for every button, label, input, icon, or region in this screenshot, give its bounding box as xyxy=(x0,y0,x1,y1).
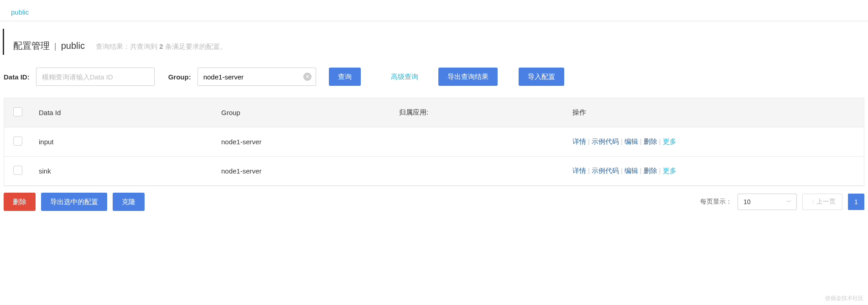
cell-actions: 详情|示例代码|编辑|删除|更多 xyxy=(565,127,864,157)
action-delete[interactable]: 删除 xyxy=(644,137,657,145)
cell-app xyxy=(392,127,565,157)
clear-icon[interactable]: ✕ xyxy=(303,73,312,81)
query-result-text: 查询结果：共查询到 2 条满足要求的配置。 xyxy=(96,42,227,51)
page-header: 配置管理 | public 查询结果：共查询到 2 条满足要求的配置。 xyxy=(3,29,868,55)
col-data-id: Data Id xyxy=(31,98,214,127)
cell-data-id: input xyxy=(31,127,214,157)
page-title: 配置管理 xyxy=(13,40,50,52)
table-header-row: Data Id Group 归属应用: 操作 xyxy=(4,98,864,127)
action-sample[interactable]: 示例代码 xyxy=(592,137,619,145)
result-suffix: 条满足要求的配置。 xyxy=(163,42,226,50)
cell-actions: 详情|示例代码|编辑|删除|更多 xyxy=(565,157,864,186)
result-prefix: 查询结果：共查询到 xyxy=(96,42,159,50)
data-id-input[interactable] xyxy=(36,68,155,86)
config-table: Data Id Group 归属应用: 操作 inputnode1-server… xyxy=(4,98,864,186)
filter-bar: Data ID: Group: ✕ 查询 高级查询 导出查询结果 导入配置 xyxy=(0,55,868,94)
page-number-current[interactable]: 1 xyxy=(848,194,864,210)
action-more[interactable]: 更多 xyxy=(663,167,676,174)
page-size-label: 每页显示： xyxy=(700,198,732,206)
select-all-checkbox[interactable] xyxy=(13,107,22,116)
title-separator: | xyxy=(54,42,57,51)
cell-data-id: sink xyxy=(31,157,214,186)
import-config-button[interactable]: 导入配置 xyxy=(519,68,564,86)
prev-page-label: 上一页 xyxy=(816,198,836,206)
page-subtitle: public xyxy=(61,41,85,51)
action-detail[interactable]: 详情 xyxy=(572,167,586,174)
bottom-toolbar: 删除 导出选中的配置 克隆 每页显示： 10 ﹀ 〈 上一页 1 xyxy=(0,186,868,217)
cell-app xyxy=(392,157,565,186)
data-id-label: Data ID: xyxy=(4,73,30,81)
chevron-down-icon: ﹀ xyxy=(786,198,792,206)
action-detail[interactable]: 详情 xyxy=(572,137,586,145)
row-checkbox[interactable] xyxy=(13,137,22,146)
col-ops: 操作 xyxy=(565,98,864,127)
search-button[interactable]: 查询 xyxy=(329,68,361,86)
action-delete[interactable]: 删除 xyxy=(644,167,657,174)
prev-page-button[interactable]: 〈 上一页 xyxy=(802,194,842,210)
group-input[interactable] xyxy=(198,68,316,86)
clone-button[interactable]: 克隆 xyxy=(113,193,145,211)
page-size-select[interactable]: 10 ﹀ xyxy=(738,194,797,210)
col-group: Group xyxy=(214,98,392,127)
export-result-button[interactable]: 导出查询结果 xyxy=(438,68,498,86)
action-sample[interactable]: 示例代码 xyxy=(592,167,619,174)
table-row: sinknode1-server详情|示例代码|编辑|删除|更多 xyxy=(4,157,864,186)
action-more[interactable]: 更多 xyxy=(663,137,676,145)
action-edit[interactable]: 编辑 xyxy=(624,137,638,145)
advanced-search-button[interactable]: 高级查询 xyxy=(382,68,427,86)
cell-group: node1-server xyxy=(214,157,392,186)
col-app: 归属应用: xyxy=(392,98,565,127)
export-selected-button[interactable]: 导出选中的配置 xyxy=(41,193,107,211)
group-label: Group: xyxy=(168,73,191,81)
tab-public[interactable]: public xyxy=(0,5,40,21)
table-row: inputnode1-server详情|示例代码|编辑|删除|更多 xyxy=(4,127,864,157)
delete-button[interactable]: 删除 xyxy=(4,193,36,211)
cell-group: node1-server xyxy=(214,127,392,157)
action-edit[interactable]: 编辑 xyxy=(624,167,638,174)
row-checkbox[interactable] xyxy=(13,166,22,175)
chevron-left-icon: 〈 xyxy=(809,198,815,206)
page-size-value: 10 xyxy=(743,198,751,205)
top-tab-bar: public xyxy=(0,0,868,21)
